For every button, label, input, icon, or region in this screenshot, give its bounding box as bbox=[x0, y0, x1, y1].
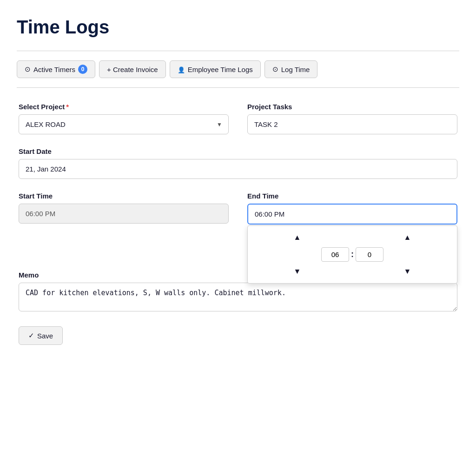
hour-up-button[interactable]: ▲ bbox=[286, 231, 309, 244]
project-tasks-label: Project Tasks bbox=[247, 103, 457, 111]
employee-time-logs-label: Employee Time Logs bbox=[188, 66, 253, 73]
active-timers-badge: 0 bbox=[78, 65, 87, 74]
start-date-row: Start Date bbox=[19, 147, 457, 179]
minute-up-button[interactable]: ▲ bbox=[397, 231, 419, 244]
log-time-label: Log Time bbox=[281, 66, 310, 73]
time-picker-up-arrows: ▲ ▲ bbox=[248, 230, 457, 245]
time-picker-inputs: : bbox=[248, 245, 457, 264]
select-project-group: Select Project* ALEX ROAD ▼ bbox=[19, 103, 229, 134]
end-time-label: End Time bbox=[247, 192, 457, 200]
hour-down-button[interactable]: ▼ bbox=[286, 265, 309, 278]
minute-input[interactable] bbox=[356, 247, 383, 262]
time-picker-down-arrows: ▼ ▼ bbox=[248, 264, 457, 279]
project-row: Select Project* ALEX ROAD ▼ Project Task… bbox=[19, 103, 457, 134]
memo-textarea[interactable]: CAD for kitchen elevations, S, W walls o… bbox=[19, 283, 457, 311]
create-invoice-button[interactable]: + Create Invoice bbox=[99, 60, 166, 78]
log-time-button[interactable]: Log Time bbox=[264, 60, 318, 78]
start-time-group: Start Time bbox=[19, 192, 229, 224]
toolbar: Active Timers 0 + Create Invoice Employe… bbox=[17, 60, 459, 78]
start-date-input[interactable] bbox=[19, 159, 457, 179]
time-row: Start Time End Time ▲ ▲ bbox=[19, 192, 457, 225]
save-label: Save bbox=[37, 332, 53, 340]
start-date-group: Start Date bbox=[19, 147, 457, 179]
end-time-group: End Time ▲ ▲ : bbox=[247, 192, 457, 225]
project-task-input[interactable] bbox=[247, 114, 457, 134]
project-select[interactable]: ALEX ROAD bbox=[19, 114, 229, 134]
check-icon bbox=[28, 331, 34, 340]
end-time-container: ▲ ▲ : ▼ ▼ bbox=[247, 204, 457, 225]
toolbar-divider bbox=[17, 87, 459, 88]
form-section: Select Project* ALEX ROAD ▼ Project Task… bbox=[17, 103, 459, 345]
required-star: * bbox=[66, 103, 69, 111]
save-row: Save bbox=[19, 326, 457, 345]
page-title: Time Logs bbox=[17, 17, 459, 38]
active-timers-button[interactable]: Active Timers 0 bbox=[17, 60, 95, 78]
hour-input[interactable] bbox=[321, 247, 349, 262]
timer-icon bbox=[25, 65, 31, 73]
start-date-label: Start Date bbox=[19, 147, 457, 155]
minute-down-button[interactable]: ▼ bbox=[397, 265, 419, 278]
employee-time-logs-button[interactable]: Employee Time Logs bbox=[170, 60, 261, 78]
active-timers-label: Active Timers bbox=[33, 66, 75, 73]
time-colon: : bbox=[349, 250, 356, 259]
top-divider bbox=[17, 51, 459, 51]
time-picker-dropdown: ▲ ▲ : ▼ ▼ bbox=[247, 225, 457, 284]
start-time-input bbox=[19, 204, 229, 224]
select-project-label: Select Project* bbox=[19, 103, 229, 111]
create-invoice-label: + Create Invoice bbox=[107, 66, 158, 73]
start-time-label: Start Time bbox=[19, 192, 229, 200]
end-time-input[interactable] bbox=[247, 204, 457, 225]
save-button[interactable]: Save bbox=[19, 326, 63, 345]
project-tasks-group: Project Tasks bbox=[247, 103, 457, 134]
project-select-wrapper: ALEX ROAD ▼ bbox=[19, 114, 229, 134]
person-icon bbox=[178, 66, 185, 73]
clock-icon bbox=[272, 65, 278, 73]
